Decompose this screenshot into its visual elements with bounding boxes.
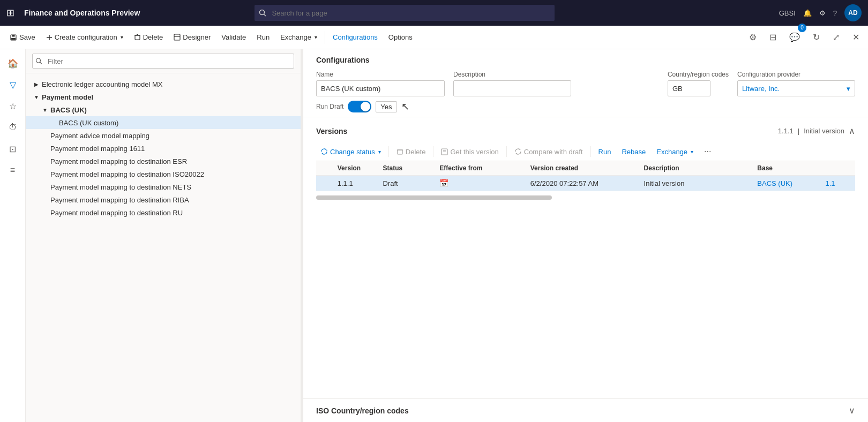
refresh-icon-btn[interactable]: ↻ — [809, 26, 824, 49]
versions-toolbar: Change status ▾ Delete — [316, 142, 855, 161]
v-delete-btn[interactable]: Delete — [392, 146, 430, 158]
versions-table-header: Version Status Effective from Version cr… — [316, 161, 855, 176]
row-effective: 📅 — [435, 176, 526, 191]
description-input[interactable] — [453, 80, 571, 96]
create-config-button[interactable]: Create configuration ▾ — [41, 26, 129, 49]
refresh-icon-wrapper: ⊟ — [765, 26, 781, 49]
tree-item-electronic-ledger[interactable]: ▶ Electronic ledger accounting model MX — [26, 78, 301, 91]
delete-icon — [134, 34, 141, 41]
exchange-chevron: ▾ — [315, 34, 317, 40]
svg-rect-4 — [11, 38, 16, 40]
delete-button[interactable]: Delete — [129, 26, 169, 49]
run-draft-value: Yes — [376, 101, 397, 112]
collapse-versions-btn[interactable]: ∧ — [849, 126, 855, 136]
row-base[interactable]: BACS (UK) — [753, 176, 821, 191]
more-btn[interactable]: ··· — [700, 145, 715, 159]
tree-item-bacs-uk-custom[interactable]: ▶ BACS (UK custom) — [26, 116, 301, 129]
tree-item-mapping-ru[interactable]: ▶ Payment model mapping to destination R… — [26, 206, 301, 219]
svg-point-12 — [36, 58, 41, 63]
nav-star-icon[interactable]: ☆ — [3, 96, 23, 116]
calendar-icon[interactable]: 📅 — [439, 179, 448, 187]
tree-item-payment-advice[interactable]: ▶ Payment advice model mapping — [26, 129, 301, 142]
options-tab[interactable]: Options — [383, 26, 418, 49]
table-row[interactable]: 1.1.1 Draft 📅 6/2/2020 07:22:57 AM Initi… — [316, 176, 855, 191]
avatar[interactable]: AD — [844, 4, 862, 21]
user-region: GBSI — [779, 9, 796, 17]
toolbar-separator — [325, 31, 325, 44]
col-header-base: Base — [753, 161, 821, 176]
v-run-btn[interactable]: Run — [594, 146, 616, 158]
configurations-section: Configurations Name Description Country/… — [303, 49, 868, 117]
tree-item-mapping-iso20022[interactable]: ▶ Payment model mapping to destination I… — [26, 168, 301, 180]
rebase-btn[interactable]: Rebase — [617, 146, 650, 158]
country-field: Country/region codes GB — [668, 71, 729, 96]
designer-button[interactable]: Designer — [168, 26, 216, 49]
row-r — [316, 176, 333, 191]
delete-small-icon — [396, 148, 403, 155]
save-icon — [10, 34, 17, 41]
nav-home-icon[interactable]: 🏠 — [3, 54, 23, 73]
row-created: 6/2/2020 07:22:57 AM — [526, 176, 640, 191]
open-new-window-btn[interactable]: ⤢ — [828, 26, 844, 49]
notification-icon[interactable]: 🔔 — [803, 9, 812, 17]
name-input[interactable] — [316, 80, 445, 96]
settings-icon[interactable]: ⚙ — [819, 9, 826, 17]
change-status-btn[interactable]: Change status ▾ — [316, 146, 385, 158]
compare-with-draft-btn[interactable]: Compare with draft — [510, 146, 587, 158]
run-draft-row: Run Draft Yes ↖ — [316, 101, 855, 112]
create-config-chevron: ▾ — [121, 34, 123, 40]
versions-table: Version Status Effective from Version cr… — [316, 161, 855, 191]
validate-button[interactable]: Validate — [216, 26, 251, 49]
filter-search-icon — [35, 58, 42, 65]
waffle-menu-icon[interactable]: ⊞ — [6, 7, 14, 19]
tree-content: ▶ Electronic ledger accounting model MX … — [26, 73, 301, 422]
run-draft-toggle[interactable] — [348, 101, 371, 112]
col-header-version: Version — [333, 161, 379, 176]
filter-wrapper — [32, 54, 294, 69]
country-label: Country/region codes — [668, 71, 729, 78]
personalize-icon-btn[interactable]: ⊟ — [765, 26, 781, 49]
help-icon[interactable]: ? — [833, 9, 837, 17]
get-this-version-btn[interactable]: Get this version — [437, 146, 503, 158]
v-exchange-btn[interactable]: Exchange ▾ — [652, 146, 698, 158]
configurations-title: Configurations — [316, 56, 855, 64]
sidebar-icons: 🏠 ▽ ☆ ⏱ ⊡ ≡ — [0, 49, 26, 422]
tree-item-mapping-riba[interactable]: ▶ Payment model mapping to destination R… — [26, 193, 301, 206]
configurations-tab[interactable]: Configurations — [327, 26, 383, 49]
h-scrollbar[interactable] — [316, 195, 552, 200]
exchange-button[interactable]: Exchange ▾ — [275, 26, 323, 49]
search-input[interactable] — [255, 5, 555, 21]
tree-item-mapping-1611[interactable]: ▶ Payment model mapping 1611 — [26, 142, 301, 155]
provider-value: Litware, Inc. — [742, 85, 780, 93]
tree-toggle-bacs-uk[interactable]: ▼ — [41, 106, 49, 114]
tree-toggle-payment-model[interactable]: ▼ — [32, 93, 41, 101]
tree-item-bacs-uk[interactable]: ▼ BACS (UK) — [26, 103, 301, 116]
tree-item-mapping-esr[interactable]: ▶ Payment model mapping to destination E… — [26, 155, 301, 168]
col-header-created: Version created — [526, 161, 640, 176]
close-btn[interactable]: ✕ — [848, 26, 864, 49]
version-label: Initial version — [804, 127, 844, 135]
refresh-small-icon — [320, 148, 328, 155]
save-button[interactable]: Save — [4, 26, 41, 49]
nav-workspace-icon[interactable]: ⊡ — [3, 139, 23, 159]
provider-select[interactable]: Litware, Inc. ▾ — [737, 80, 855, 96]
run-button[interactable]: Run — [251, 26, 275, 49]
tree-item-payment-model[interactable]: ▼ Payment model — [26, 91, 301, 103]
nav-recent-icon[interactable]: ⏱ — [3, 118, 23, 137]
tree-item-mapping-nets[interactable]: ▶ Payment model mapping to destination N… — [26, 180, 301, 193]
filter-icon-btn[interactable]: ⚙ — [745, 26, 761, 49]
description-field: Description — [453, 71, 659, 96]
nav-modules-icon[interactable]: ≡ — [3, 161, 23, 180]
content-area: Configurations Name Description Country/… — [303, 49, 868, 422]
versions-title: Versions — [316, 127, 347, 135]
nav-filter-icon[interactable]: ▽ — [3, 75, 23, 94]
tree-toggle-electronic[interactable]: ▶ — [32, 80, 41, 88]
tree-filter-input[interactable] — [32, 54, 294, 69]
versions-meta: 1.1.1 | Initial version ∧ — [778, 126, 855, 136]
svg-rect-10 — [174, 34, 180, 40]
iso-expand-btn[interactable]: ∨ — [849, 405, 855, 416]
provider-chevron: ▾ — [847, 85, 850, 93]
row-status: Draft — [378, 176, 435, 191]
notification-badge: 0 — [798, 24, 806, 32]
row-basever[interactable]: 1.1 — [821, 176, 855, 191]
